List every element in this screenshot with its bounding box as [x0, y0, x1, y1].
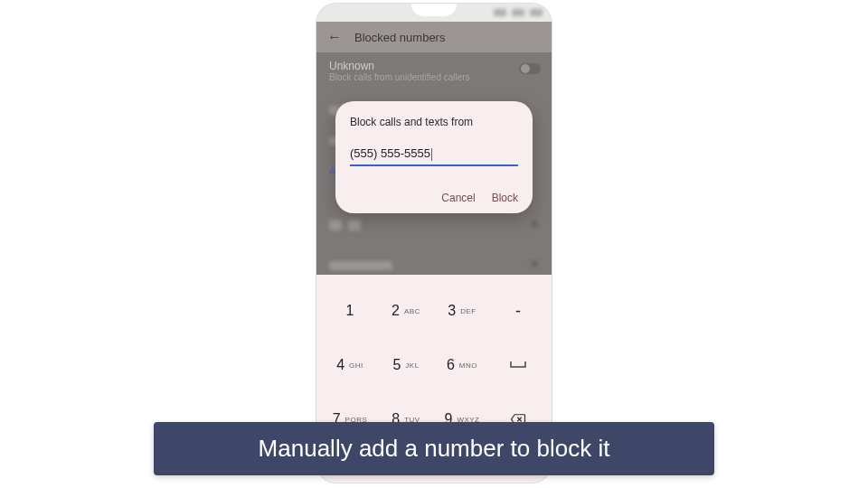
key-dash[interactable]: - [490, 284, 546, 338]
text-cursor [431, 148, 432, 161]
key-space[interactable] [490, 338, 546, 392]
display-notch [411, 4, 457, 16]
block-number-dialog: Block calls and texts from (555) 555-555… [335, 101, 533, 213]
key-5[interactable]: 5JKL [378, 338, 434, 392]
instruction-caption: Manually add a number to block it [154, 422, 714, 475]
page-title: Blocked numbers [354, 31, 445, 44]
key-4[interactable]: 4GHI [322, 338, 378, 392]
unknown-toggle[interactable] [519, 63, 541, 74]
unknown-callers-row[interactable]: Unknown Block calls from unidentified ca… [316, 52, 552, 89]
key-6[interactable]: 6MNO [434, 338, 490, 392]
app-bar: ← Blocked numbers [316, 22, 552, 52]
key-3[interactable]: 3DEF [434, 284, 490, 338]
phone-frame: ← Blocked numbers Unknown Block calls fr… [316, 4, 552, 483]
dialog-title: Block calls and texts from [350, 116, 518, 128]
remove-icon[interactable]: ✕ [530, 258, 539, 270]
space-icon [509, 360, 527, 371]
remove-icon[interactable]: ✕ [530, 218, 539, 230]
blocked-entry: ✕ [316, 211, 552, 241]
unknown-title: Unknown [329, 60, 539, 72]
back-arrow-icon[interactable]: ← [327, 29, 342, 45]
phone-number-input[interactable]: (555) 555-5555 [350, 145, 518, 166]
unknown-subtitle: Block calls from unidentified callers [329, 72, 539, 82]
block-button[interactable]: Block [492, 192, 518, 204]
key-2[interactable]: 2ABC [378, 284, 434, 338]
phone-number-value: (555) 555-5555 [350, 146, 430, 160]
cancel-button[interactable]: Cancel [441, 192, 475, 204]
key-1[interactable]: 1 [322, 284, 378, 338]
